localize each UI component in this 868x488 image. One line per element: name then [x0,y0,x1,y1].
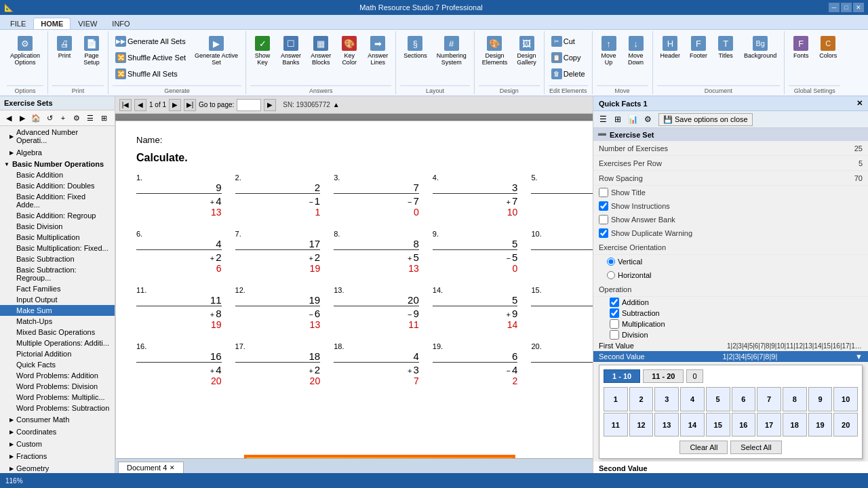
select-all-button[interactable]: Select All [730,441,781,454]
sidebar-item-word-problems-division[interactable]: Word Problems: Division [0,381,115,392]
division-checkbox[interactable] [610,330,619,340]
tab-info[interactable]: INFO [104,18,137,29]
background-button[interactable]: Bg Background [741,34,780,61]
sidebar-item-make-sum[interactable]: Make Sum [0,305,115,316]
sidebar-back-button[interactable]: ◀ [3,112,15,124]
value-cell[interactable]: 4 [680,387,705,411]
answer-blocks-button[interactable]: ▦ AnswerBlocks [307,34,334,68]
maximize-button[interactable]: □ [841,3,852,12]
sidebar-item-basic-number-operations[interactable]: ▼ Basic Number Operations [0,159,115,169]
sidebar-item-basic-addition-fixed[interactable]: Basic Addition: Fixed Adde... [0,191,115,210]
key-color-button[interactable]: 🎨 KeyColor [337,34,361,68]
next-page-button[interactable]: ▶ [169,99,181,111]
goto-page-input[interactable] [237,99,261,111]
show-key-button[interactable]: ✓ ShowKey [250,34,275,68]
print-button[interactable]: 🖨 Print [52,34,77,61]
sidebar-item-basic-subtraction-regroup[interactable]: Basic Subtraction: Regroup... [0,264,115,283]
document-area[interactable]: Name: Calculate. 1. 9 +4 13 2. 2 −1 1 3.… [115,114,593,458]
sections-button[interactable]: § Sections [400,34,431,61]
value-cell[interactable]: 19 [808,413,833,437]
colors-button[interactable]: C Colors [816,34,840,61]
clear-all-button[interactable]: Clear All [679,441,728,454]
addition-checkbox[interactable] [610,298,619,307]
value-cell[interactable]: 8 [783,387,807,411]
sidebar-forward-button[interactable]: ▶ [16,112,28,124]
sidebar-item-basic-addition-regroup[interactable]: Basic Addition: Regroup [0,210,115,221]
exercise-set-header[interactable]: ➖ Exercise Set [593,128,868,141]
doc-tab-document4[interactable]: Document 4 ✕ [118,462,184,473]
sidebar-item-custom[interactable]: ▶ Custom [0,438,115,450]
orientation-vertical-radio[interactable] [607,258,615,266]
sidebar-item-basic-multiplication-fixed[interactable]: Basic Multiplication: Fixed... [0,243,115,253]
page-setup-button[interactable]: 📄 PageSetup [79,34,104,68]
tab-view[interactable]: VIEW [71,18,104,29]
goto-button[interactable]: ▶ [264,99,276,111]
answer-lines-button[interactable]: ➡ AnswerLines [364,34,391,68]
zero-button[interactable]: 0 [686,369,703,383]
sidebar-item-basic-addition[interactable]: Basic Addition [0,169,115,180]
subtraction-checkbox[interactable] [610,308,619,318]
sidebar-item-basic-multiplication[interactable]: Basic Multiplication [0,232,115,243]
numbering-system-button[interactable]: # NumberingSystem [433,34,470,68]
sidebar-home-button[interactable]: 🏠 [30,112,42,124]
value-cell[interactable]: 20 [833,413,858,437]
sidebar-item-basic-division[interactable]: Basic Division [0,221,115,232]
sidebar-item-word-problems-sub[interactable]: Word Problems: Subtraction [0,403,115,413]
doc-tab-close-button[interactable]: ✕ [170,464,175,471]
show-duplicate-warning-checkbox[interactable] [599,228,608,238]
application-options-button[interactable]: ⚙ ApplicationOptions [7,34,43,68]
value-cell[interactable]: 3 [654,387,679,411]
sidebar-list-view-button[interactable]: ☰ [84,112,96,124]
value-cell[interactable]: 15 [706,413,730,437]
copy-button[interactable]: 📋 Copy [549,50,588,65]
sidebar-item-geometry[interactable]: ▶ Geometry [0,462,115,473]
rpt-chart-button[interactable]: 📊 [626,113,639,126]
shuffle-active-set-button[interactable]: 🔀 Shuffle Active Set [113,50,189,65]
multiplication-checkbox[interactable] [610,319,619,329]
sidebar-item-pictorial-addition[interactable]: Pictorial Addition [0,348,115,359]
sidebar-item-fact-families[interactable]: Fact Families [0,283,115,294]
sidebar-settings-button[interactable]: ⚙ [71,112,83,124]
move-up-button[interactable]: ↑ MoveUp [597,34,621,68]
rpt-list-button[interactable]: ☰ [596,113,610,126]
design-elements-button[interactable]: 🎨 DesignElements [479,34,511,68]
sidebar-add-button[interactable]: + [57,112,69,124]
sidebar-item-mixed-basic[interactable]: Mixed Basic Operations [0,327,115,338]
footer-button[interactable]: F Footer [686,34,711,61]
sidebar-grid-view-button[interactable]: ⊞ [98,112,110,124]
move-down-button[interactable]: ↓ MoveDown [624,34,648,68]
sidebar-item-input-output[interactable]: Input Output [0,294,115,305]
sidebar-item-algebra[interactable]: ▶ Algebra [0,146,115,159]
value-cell[interactable]: 5 [706,387,730,411]
cut-button[interactable]: ✂ Cut [549,34,588,49]
shuffle-all-sets-button[interactable]: 🔀 Shuffle All Sets [113,66,189,81]
generate-all-sets-button[interactable]: ▶▶ Generate All Sets [113,34,189,49]
value-cell[interactable]: 16 [732,413,756,437]
sidebar-item-word-problems-mult[interactable]: Word Problems: Multiplic... [0,392,115,403]
save-options-button[interactable]: 💾 Save options on close [658,113,753,126]
tab-file[interactable]: FILE [3,18,33,29]
sidebar-item-basic-subtraction[interactable]: Basic Subtraction [0,253,115,264]
sidebar-item-consumer-math[interactable]: ▶ Consumer Math [0,413,115,426]
value-cell[interactable]: 9 [808,387,833,411]
titles-button[interactable]: T Titles [713,34,738,61]
value-cell[interactable]: 7 [757,387,781,411]
range-11-20-button[interactable]: 11 - 20 [643,369,684,383]
range-1-10-button[interactable]: 1 - 10 [604,369,640,383]
rpt-settings-button[interactable]: ⚙ [641,113,654,126]
sidebar-item-word-problems-addition[interactable]: Word Problems: Addition [0,370,115,381]
value-cell[interactable]: 11 [604,413,628,437]
generate-active-set-button[interactable]: ▶ Generate ActiveSet [191,34,241,68]
value-cell[interactable]: 17 [757,413,781,437]
value-cell[interactable]: 12 [629,413,654,437]
tab-home[interactable]: HOME [33,18,71,29]
fonts-button[interactable]: F Fonts [789,34,813,61]
value-cell[interactable]: 18 [783,413,807,437]
rpt-grid-button[interactable]: ⊞ [611,113,625,126]
design-gallery-button[interactable]: 🖼 DesignGallery [513,34,540,68]
value-cell[interactable]: 10 [833,387,858,411]
sidebar-item-match-ups[interactable]: Match-Ups [0,316,115,327]
show-title-checkbox[interactable] [599,188,608,197]
prev-page-button[interactable]: ◀ [134,99,146,111]
show-instructions-checkbox[interactable] [599,201,608,211]
